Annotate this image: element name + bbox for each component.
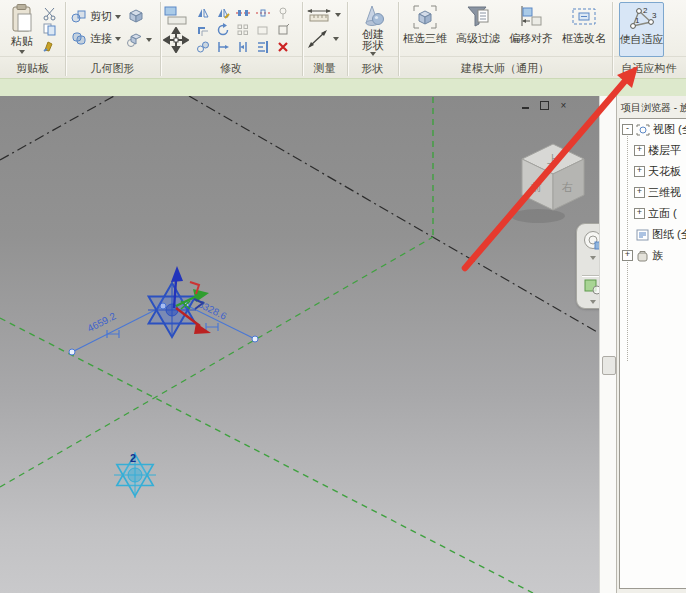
- cube-rotate-icon: [126, 32, 143, 48]
- tree-item-ceiling-plans[interactable]: + 天花板: [620, 161, 686, 182]
- clipboard-panel-label[interactable]: 剪贴板: [0, 61, 65, 76]
- measure-between-button[interactable]: [306, 28, 339, 50]
- modeling-master-panel-label[interactable]: 建模大师（通用）: [398, 61, 612, 76]
- mirror-axis-icon[interactable]: [196, 6, 210, 20]
- navbar-zoom-dropdown-icon[interactable]: [590, 300, 596, 304]
- adaptive-point-1-selected[interactable]: [148, 283, 196, 337]
- dim-axis-icon[interactable]: [236, 6, 250, 20]
- expand-icon[interactable]: +: [634, 145, 645, 156]
- dimension-left-value[interactable]: 4659.2: [85, 310, 118, 334]
- adaptive-point-2-number: 2: [130, 452, 136, 464]
- rotate-icon[interactable]: [216, 23, 230, 37]
- view-restore-button[interactable]: [538, 99, 551, 111]
- align-stack-icon[interactable]: [256, 40, 270, 54]
- expand-icon[interactable]: +: [634, 208, 645, 219]
- cut-geometry-button[interactable]: 剪切: [71, 9, 121, 24]
- copy-icon: [42, 22, 57, 37]
- scale-disabled-icon[interactable]: [256, 23, 270, 37]
- tree-item-families[interactable]: + 族: [620, 245, 686, 266]
- revit-family-editor-window: 粘贴 剪贴板 剪切: [0, 0, 686, 593]
- measure-dropdown-icon[interactable]: [335, 13, 341, 17]
- offset-align-icon: [518, 4, 544, 30]
- mirror-draw-icon[interactable]: [216, 6, 230, 20]
- cut-geometry-dropdown-icon[interactable]: [115, 15, 121, 19]
- paste-button[interactable]: 粘贴: [5, 3, 39, 54]
- families-icon: [636, 250, 649, 262]
- project-browser-panel: 项目浏览器 - 族 - 视图 (全 + 楼层平 + 天花板 + 三维视 +: [616, 96, 686, 593]
- trim-icon[interactable]: [216, 40, 230, 54]
- create-shape-button[interactable]: 创建形状: [352, 2, 394, 56]
- reference-plane-diagonal-2[interactable]: [0, 318, 533, 593]
- solid-transform-dropdown-icon[interactable]: [146, 38, 152, 42]
- array-disabled-icon[interactable]: [236, 23, 250, 37]
- dimension-left[interactable]: 4659.2: [69, 303, 166, 355]
- pin2-icon[interactable]: [276, 23, 290, 37]
- join-geometry-label: 连接: [90, 31, 112, 46]
- svg-text:2: 2: [643, 6, 648, 15]
- reference-plane-diagonal-1[interactable]: [0, 237, 433, 487]
- geometry-panel-label[interactable]: 几何图形: [65, 61, 160, 76]
- tree-item-sheets[interactable]: 图纸 (全: [620, 224, 686, 245]
- join-geometry-button[interactable]: 连接: [71, 31, 121, 46]
- viewcube-front-face-label[interactable]: 前: [530, 181, 542, 194]
- create-shape-dropdown-icon[interactable]: [370, 52, 376, 56]
- paste-clipboard-icon: [9, 3, 35, 33]
- modify-panel-label[interactable]: 修改: [160, 61, 302, 76]
- tree-item-label: 视图 (全: [653, 122, 686, 137]
- scissors-icon: [42, 6, 57, 21]
- expand-icon[interactable]: +: [634, 187, 645, 198]
- offset-icon[interactable]: [196, 23, 210, 37]
- measure-panel-label[interactable]: 测量: [302, 61, 347, 76]
- create-shape-icon: [359, 2, 387, 28]
- viewcube-right-face-label[interactable]: 右: [562, 181, 573, 194]
- view-close-button[interactable]: ×: [557, 99, 570, 111]
- box-select-3d-label: 框选三维: [403, 31, 447, 46]
- views-icon: [636, 124, 650, 136]
- shape-panel-label[interactable]: 形状: [347, 61, 398, 76]
- solid-tool-button[interactable]: [128, 8, 145, 24]
- match-type-button[interactable]: [42, 38, 57, 53]
- view-minimize-button[interactable]: [519, 99, 532, 111]
- make-adaptive-button[interactable]: 1 2 3 使自适应: [619, 2, 664, 57]
- filter-funnel-icon: [465, 4, 491, 30]
- measure-ruler-button[interactable]: [306, 7, 341, 23]
- dim-axis2-icon[interactable]: [256, 6, 270, 20]
- tree-item-views[interactable]: - 视图 (全: [620, 119, 686, 140]
- viewcube-top-face-label[interactable]: 上: [547, 153, 558, 166]
- offset-align-button[interactable]: 偏移对齐: [506, 4, 556, 46]
- paste-dropdown-icon[interactable]: [19, 50, 25, 54]
- project-browser-title[interactable]: 项目浏览器 - 族: [617, 96, 686, 115]
- create-shape-label: 创建形状: [360, 29, 386, 51]
- tree-item-3d-views[interactable]: + 三维视: [620, 182, 686, 203]
- adaptive-panel-label[interactable]: 自适应构件: [612, 61, 686, 76]
- scrollbar-thumb[interactable]: [602, 356, 616, 375]
- drawing-area[interactable]: 4659.2 3328.6: [0, 96, 599, 593]
- reference-line-dashdot-left[interactable]: [0, 96, 114, 160]
- navbar-wheel-dropdown-icon[interactable]: [590, 256, 596, 260]
- pin-disabled-icon[interactable]: [276, 6, 290, 20]
- move-button[interactable]: [163, 27, 189, 53]
- box-select-3d-button[interactable]: 框选三维: [400, 4, 450, 46]
- expand-icon[interactable]: +: [634, 166, 645, 177]
- tree-item-floor-plans[interactable]: + 楼层平: [620, 140, 686, 161]
- adaptive-point-2[interactable]: 2: [114, 452, 156, 498]
- expand-icon[interactable]: +: [622, 250, 633, 261]
- box-rename-button[interactable]: 框选改名: [559, 4, 609, 46]
- split-icon[interactable]: [236, 40, 250, 54]
- measure-between-dropdown-icon[interactable]: [333, 37, 339, 41]
- delete-icon[interactable]: [276, 40, 290, 54]
- align-button[interactable]: [163, 5, 189, 25]
- tree-item-elevations[interactable]: + 立面 (: [620, 203, 686, 224]
- diagonal-measure-icon: [306, 28, 330, 50]
- solid-transform-button[interactable]: [126, 32, 152, 48]
- advanced-filter-button[interactable]: 高级过滤: [453, 4, 503, 46]
- ribbon: 粘贴 剪贴板 剪切: [0, 0, 686, 96]
- join-geometry-dropdown-icon[interactable]: [115, 37, 121, 41]
- copy-button[interactable]: [42, 22, 57, 37]
- demolish-icon[interactable]: [196, 40, 210, 54]
- collapse-icon[interactable]: -: [622, 124, 633, 135]
- cut-button[interactable]: [42, 6, 57, 21]
- vertical-scrollbar[interactable]: [599, 96, 617, 593]
- viewcube[interactable]: 上 前 右: [511, 144, 584, 223]
- paste-label: 粘贴: [11, 34, 33, 49]
